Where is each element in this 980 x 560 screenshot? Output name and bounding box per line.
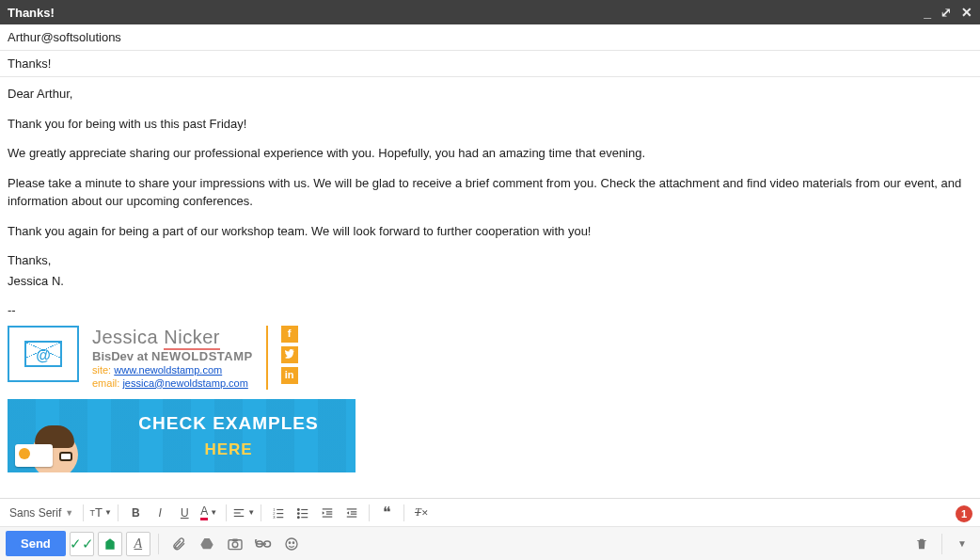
svg-point-13 [298, 516, 300, 518]
font-size-button[interactable]: TT▼ [89, 503, 112, 523]
insert-drive-icon[interactable] [195, 532, 219, 556]
compose-action-bar: Send ✓✓ A ▼ [0, 526, 980, 560]
envelope-icon: @ [24, 341, 62, 367]
subject-field[interactable]: Thanks! [0, 51, 980, 77]
minimize-icon[interactable]: _ [924, 6, 931, 19]
quote-button[interactable]: ❝ [375, 503, 398, 523]
svg-point-11 [298, 512, 300, 514]
signature-block: @ Jessica Nicker BisDev at NEWOLDSTAMP s… [8, 326, 972, 391]
banner-avatar [8, 399, 102, 472]
template-icon[interactable] [98, 532, 122, 556]
insert-emoji-icon[interactable] [279, 532, 304, 556]
notification-badge[interactable]: 1 [956, 505, 972, 522]
signature-role: BisDev at NEWOLDSTAMP [92, 349, 253, 364]
signature-social: f in [281, 326, 298, 384]
banner-text: CHECK EXAMPLES HERE [102, 410, 356, 461]
remove-formatting-button[interactable]: T✕ [410, 503, 433, 523]
body-thanks: Thanks, [8, 251, 972, 270]
close-icon[interactable]: ✕ [961, 6, 972, 19]
insert-link-icon[interactable] [251, 532, 276, 556]
compose-titlebar: Thanks! _ ⤢ ✕ [0, 0, 980, 24]
svg-point-31 [286, 538, 297, 550]
spellcheck-icon[interactable]: ✓✓ [70, 532, 94, 556]
indent-less-button[interactable] [316, 503, 339, 523]
promo-banner[interactable]: CHECK EXAMPLES HERE [8, 399, 356, 472]
svg-point-32 [289, 542, 290, 543]
italic-button[interactable]: I [149, 503, 171, 523]
message-body[interactable]: Dear Arthur, Thank you for being with us… [0, 77, 980, 501]
toolbar-divider [83, 504, 84, 521]
signature-email-link[interactable]: jessica@newoldstamp.com [122, 377, 247, 389]
body-p4: Thank you again for being a part of our … [8, 222, 972, 241]
signature-divider [266, 326, 268, 391]
text-color-button[interactable]: A▼ [198, 503, 220, 523]
attach-file-icon[interactable] [166, 532, 191, 556]
signature-site: site: www.newoldstamp.com [92, 364, 253, 377]
formatting-toolbar: Sans Serif ▼ TT▼ B I U A▼ ▼ 123 ❝ T✕ [0, 498, 980, 526]
signature-separator: -- [8, 301, 972, 320]
numbered-list-button[interactable]: 123 [267, 503, 290, 523]
signature-site-link[interactable]: www.newoldstamp.com [114, 364, 222, 376]
formatting-toggle-button[interactable]: A [126, 532, 150, 556]
body-p1: Thank you for being with us this past Fr… [8, 115, 972, 134]
window-title: Thanks! [8, 6, 55, 20]
more-options-icon[interactable]: ▼ [950, 532, 974, 556]
linkedin-icon[interactable]: in [281, 367, 298, 384]
signature-text: Jessica Nicker BisDev at NEWOLDSTAMP sit… [92, 326, 253, 391]
body-sender: Jessica N. [8, 272, 972, 291]
bold-button[interactable]: B [124, 503, 147, 523]
svg-point-26 [232, 541, 238, 547]
recipient-chip[interactable]: Arthur@softsolutions [8, 30, 121, 44]
svg-marker-21 [347, 511, 349, 515]
body-p3: Please take a minute to share your impre… [8, 174, 972, 211]
underline-button[interactable]: U [173, 503, 196, 523]
window-controls: _ ⤢ ✕ [924, 6, 972, 19]
body-greeting: Dear Arthur, [8, 85, 972, 104]
insert-photo-icon[interactable] [223, 532, 247, 556]
to-field[interactable]: Arthur@softsolutions [0, 24, 980, 51]
signature-name: Jessica Nicker [92, 326, 253, 349]
discard-draft-icon[interactable] [909, 532, 934, 556]
body-p2: We greatly appreciate sharing our profes… [8, 144, 972, 163]
facebook-icon[interactable]: f [281, 326, 298, 343]
svg-point-9 [298, 508, 300, 510]
bulleted-list-button[interactable] [292, 503, 314, 523]
signature-logo: @ [8, 326, 79, 382]
expand-icon[interactable]: ⤢ [940, 6, 952, 19]
svg-point-33 [292, 542, 293, 543]
twitter-icon[interactable] [281, 346, 298, 363]
font-family-picker[interactable]: Sans Serif ▼ [6, 504, 77, 521]
align-button[interactable]: ▼ [232, 503, 255, 523]
signature-email: email: jessica@newoldstamp.com [92, 377, 253, 391]
svg-marker-16 [323, 511, 324, 515]
svg-text:3: 3 [273, 514, 276, 519]
send-button[interactable]: Send [6, 531, 66, 556]
svg-rect-27 [232, 538, 238, 541]
subject-text[interactable]: Thanks! [8, 56, 51, 71]
indent-more-button[interactable] [340, 503, 363, 523]
